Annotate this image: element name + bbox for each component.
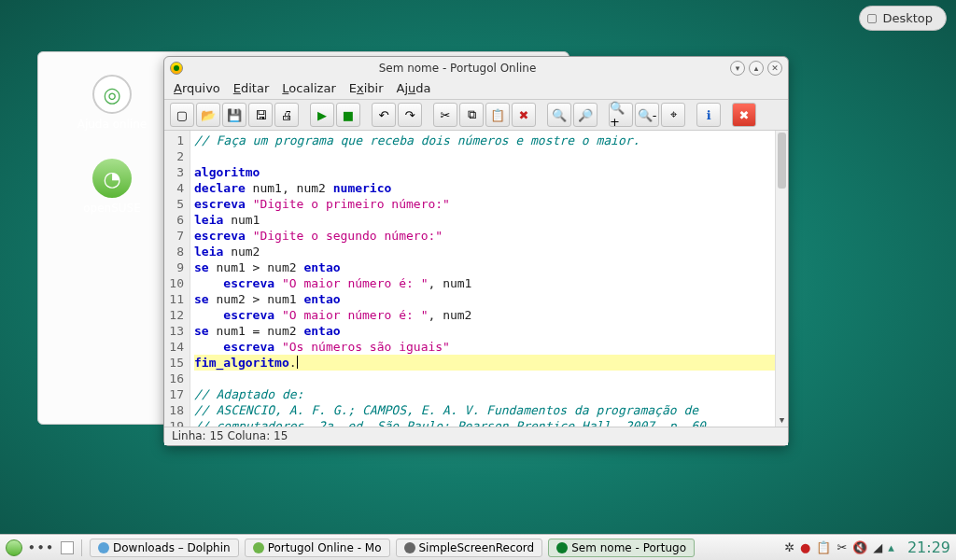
toolbar: ▢📂💾🖫🖨▶■↶↷✂⧉📋✖🔍🔎🔍+🔍-⌖ℹ✖ [164,99,788,131]
code-area[interactable]: // Faça um programa que receba dois núme… [190,131,788,427]
zoom-in-button[interactable]: 🔍+ [609,103,633,127]
save-button[interactable]: 💾 [222,103,246,127]
menu-ajuda[interactable]: Ajuda [396,81,430,95]
taskbar-task[interactable]: Sem nome - Portugo [548,539,695,557]
code-line[interactable]: escreva "O maior número é: ", num1 [194,275,784,291]
code-editor[interactable]: 12345678910111213141516171819 // Faça um… [164,131,788,427]
code-line[interactable]: // Adaptado de: [194,386,784,402]
code-line[interactable]: declare num1, num2 numerico [194,180,784,196]
volume-icon[interactable]: 🔇 [852,540,867,554]
statusbar: Linha: 15 Coluna: 15 [164,427,788,445]
redo-button[interactable]: ↷ [398,103,422,127]
vertical-scrollbar[interactable]: ▲ ▼ [775,131,788,427]
clock[interactable]: 21:29 [907,539,950,556]
start-button[interactable] [6,539,22,556]
network-icon[interactable]: ◢ [873,540,882,554]
code-line[interactable]: leia num1 [194,212,784,228]
record-icon[interactable]: ● [800,540,810,554]
code-line[interactable]: escreva "Digite o segundo número:" [194,228,784,244]
code-line[interactable]: se num1 > num2 entao [194,259,784,275]
close-button[interactable]: ✕ [767,61,782,76]
app-window: Sem nome - Portugol Online ▾ ▴ ✕ Arquivo… [163,56,789,446]
code-line[interactable]: leia num2 [194,244,784,259]
activities-icon[interactable]: ••• [28,541,55,554]
desktop-icon-opensuse[interactable]: ◔ openSUSE [70,159,154,215]
new-button[interactable]: ▢ [170,103,194,127]
code-line[interactable]: escreva "O maior número é: ", num2 [194,307,784,323]
tools-icon[interactable]: ✂ [836,540,847,554]
menu-editar[interactable]: Editar [233,81,270,95]
run-button[interactable]: ▶ [310,103,334,127]
cut-button[interactable]: ✂ [433,103,457,127]
task-icon [253,542,264,553]
clipboard-icon[interactable]: 📋 [816,540,831,554]
expand-tray-icon[interactable]: ▴ [888,540,894,554]
taskbar: ••• Downloads – DolphinPortugol Online -… [0,534,956,560]
code-line[interactable]: escreva "Os números são iguais" [194,339,784,355]
task-icon [404,542,415,553]
menu-arquivo[interactable]: Arquivo [174,81,220,95]
undo-button[interactable]: ↶ [372,103,396,127]
save-as-button[interactable]: 🖫 [248,103,273,127]
task-label: Downloads – Dolphin [113,541,231,554]
scrollbar-thumb[interactable] [778,133,786,189]
code-line[interactable]: // ASCENCIO, A. F. G.; CAMPOS, E. A. V. … [194,402,784,418]
minimize-button[interactable]: ▾ [730,61,745,76]
zoom-out-button[interactable]: 🔍- [635,103,659,127]
desktop-switcher-label: Desktop [882,11,933,25]
task-label: Portugol Online - Mo [268,541,382,554]
task-list: Downloads – DolphinPortugol Online - MoS… [90,539,695,557]
task-label: SimpleScreenRecord [419,541,535,554]
find-next-button[interactable]: 🔎 [573,103,598,127]
status-text: Linha: 15 Coluna: 15 [172,429,288,442]
close-button[interactable]: ✖ [732,103,756,127]
code-line[interactable] [194,148,784,164]
stop-button[interactable]: ■ [336,103,360,127]
desktop-icon-help[interactable]: ◎ Ajuda online [70,75,154,131]
titlebar[interactable]: Sem nome - Portugol Online ▾ ▴ ✕ [164,57,788,79]
menubar: Arquivo Editar Localizar Exibir Ajuda [164,79,788,99]
taskbar-task[interactable]: Portugol Online - Mo [245,539,390,557]
scroll-down-icon[interactable]: ▼ [776,413,788,427]
taskbar-task[interactable]: Downloads – Dolphin [90,539,239,557]
show-desktop-button[interactable] [61,541,74,554]
code-line[interactable]: se num1 = num2 entao [194,323,784,339]
task-icon [556,542,568,553]
window-title: Sem nome - Portugol Online [189,62,726,75]
code-line[interactable]: escreva "Digite o primeiro número:" [194,196,784,212]
desktop-switcher[interactable]: Desktop [859,6,947,31]
system-tray: ✲ ● 📋 ✂ 🔇 ◢ ▴ 21:29 [784,539,950,556]
desktop-icon-label: openSUSE [70,202,154,215]
code-line[interactable]: // computadores. 2a. ed. São Paulo: Pear… [194,418,784,427]
task-icon [98,542,109,553]
find-button[interactable]: 🔍 [547,103,571,127]
menu-exibir[interactable]: Exibir [349,81,384,95]
copy-button[interactable]: ⧉ [459,103,484,127]
code-line[interactable]: se num2 > num1 entao [194,291,784,307]
code-line[interactable]: algoritmo [194,164,784,180]
paste-button[interactable]: 📋 [485,103,510,127]
task-label: Sem nome - Portugo [571,541,686,554]
code-line[interactable]: fim_algoritmo. [194,355,784,371]
print-button[interactable]: 🖨 [274,103,299,127]
menu-localizar[interactable]: Localizar [282,81,335,95]
code-line[interactable]: // Faça um programa que receba dois núme… [194,133,784,148]
lifebuoy-icon: ◎ [92,75,132,114]
maximize-button[interactable]: ▴ [749,61,764,76]
delete-button[interactable]: ✖ [512,103,536,127]
desktop-icon-label: Ajuda online [70,118,154,131]
line-gutter: 12345678910111213141516171819 [164,131,190,427]
open-button[interactable]: 📂 [196,103,220,127]
separator [81,539,82,556]
opensuse-icon: ◔ [92,159,132,198]
taskbar-task[interactable]: SimpleScreenRecord [396,539,543,557]
app-icon [170,62,183,75]
code-line[interactable] [194,371,784,386]
settings-icon[interactable]: ✲ [784,540,794,554]
about-button[interactable]: ℹ [696,103,721,127]
zoom-reset-button[interactable]: ⌖ [661,103,685,127]
